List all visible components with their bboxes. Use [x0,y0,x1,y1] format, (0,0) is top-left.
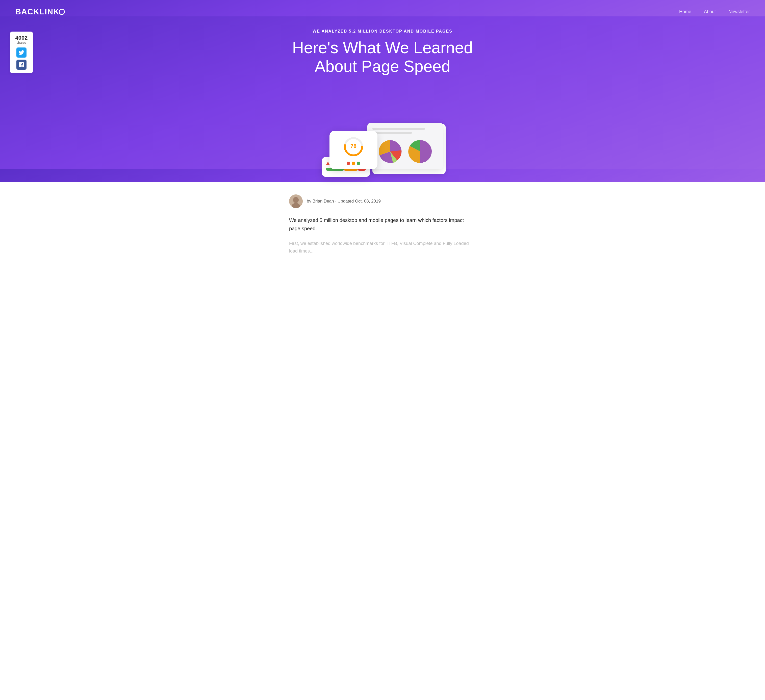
content-area: by Brian Dean · Updated Oct. 08, 2019 We… [284,182,481,265]
gauge-score: 78 [351,143,356,150]
logo[interactable]: BACKLINK [15,7,65,16]
nav-link-about[interactable]: About [704,9,716,14]
svg-point-3 [293,197,299,203]
article-intro: We analyzed 5 million desktop and mobile… [289,216,476,233]
nav-links: Home About Newsletter [679,9,750,14]
phone-card: 78 [329,131,378,169]
pie-chart-2 [408,139,433,164]
score-indicators [334,162,373,165]
nav-item-home[interactable]: Home [679,9,691,14]
share-label: shares [14,41,29,44]
pie-chart-1 [378,139,403,164]
indicator-red [347,162,350,165]
header: BACKLINK Home About Newsletter [0,0,765,16]
twitter-icon [16,47,27,58]
dash-charts [372,139,438,164]
author-info: by Brian Dean · Updated Oct. 08, 2019 [307,199,381,204]
author-avatar [289,194,303,208]
indicator-orange [352,162,355,165]
gauge-svg: 78 [342,136,365,158]
author-row: by Brian Dean · Updated Oct. 08, 2019 [289,194,476,208]
author-avatar-svg [289,194,303,208]
twitter-share-button[interactable] [14,47,29,58]
dash-line-1 [372,128,425,130]
hero-title: Here's What We Learned About Page Speed [284,39,481,76]
share-count: 4002 [14,35,29,41]
nav-link-home[interactable]: Home [679,9,691,14]
hero-illustration: 78 [15,88,750,169]
indicator-green [357,162,360,165]
author-byline: by Brian Dean · Updated Oct. 08, 2019 [307,199,381,203]
facebook-f-icon [19,62,24,67]
facebook-share-button[interactable] [14,60,29,70]
article-teaser: First, we established worldwide benchmar… [289,240,476,255]
hero-subtitle: WE ANALYZED 5.2 MILLION DESKTOP AND MOBI… [15,29,750,33]
facebook-icon [16,60,27,70]
share-widget: 4002 shares [10,32,33,73]
dashboard-card [367,123,443,169]
gauge-container: 78 [334,136,373,158]
twitter-bird-icon [19,50,24,55]
nav-item-newsletter[interactable]: Newsletter [729,9,750,14]
navbar: BACKLINK Home About Newsletter [15,0,750,16]
logo-o [59,9,65,15]
dash-line-2 [372,132,412,134]
nav-item-about[interactable]: About [704,9,716,14]
dash-lines [372,128,438,134]
nav-link-newsletter[interactable]: Newsletter [729,9,750,14]
hero-section: 4002 shares WE ANALYZED 5.2 MILLION DESK… [0,16,765,169]
logo-text: BACKLINK [15,7,65,16]
